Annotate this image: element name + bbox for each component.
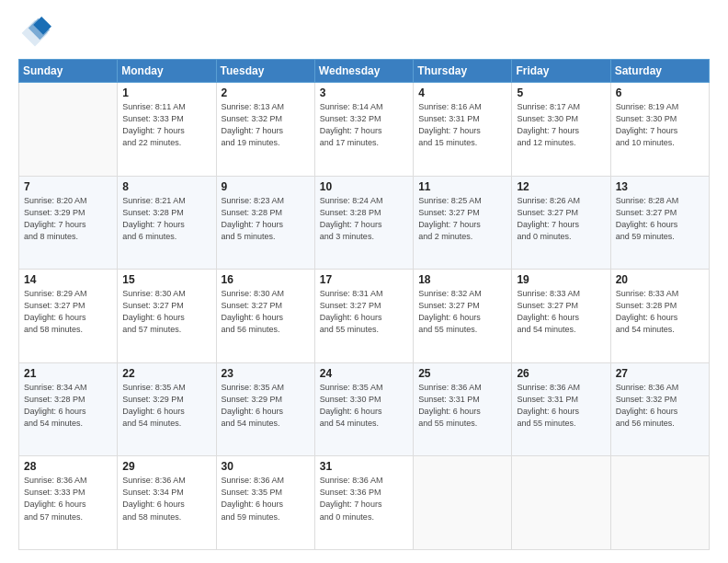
day-info: Sunrise: 8:26 AM Sunset: 3:27 PM Dayligh…	[517, 195, 605, 243]
calendar-cell: 24Sunrise: 8:35 AM Sunset: 3:30 PM Dayli…	[314, 362, 413, 456]
day-info: Sunrise: 8:30 AM Sunset: 3:27 PM Dayligh…	[122, 288, 210, 336]
day-number: 18	[418, 273, 506, 286]
day-info: Sunrise: 8:36 AM Sunset: 3:31 PM Dayligh…	[418, 382, 506, 430]
day-number: 24	[320, 367, 408, 380]
day-number: 15	[122, 273, 210, 286]
day-info: Sunrise: 8:17 AM Sunset: 3:30 PM Dayligh…	[517, 101, 605, 149]
day-number: 31	[320, 460, 408, 473]
calendar-cell: 31Sunrise: 8:36 AM Sunset: 3:36 PM Dayli…	[314, 456, 413, 550]
day-number: 13	[616, 180, 704, 193]
day-number: 22	[122, 367, 210, 380]
day-header-wednesday: Wednesday	[314, 60, 413, 83]
calendar-cell: 16Sunrise: 8:30 AM Sunset: 3:27 PM Dayli…	[216, 270, 314, 363]
calendar-cell: 27Sunrise: 8:36 AM Sunset: 3:32 PM Dayli…	[610, 362, 709, 456]
day-number: 26	[517, 367, 605, 380]
day-info: Sunrise: 8:35 AM Sunset: 3:29 PM Dayligh…	[222, 382, 310, 430]
day-number: 16	[222, 273, 310, 286]
calendar-cell	[414, 456, 512, 550]
calendar-cell: 7Sunrise: 8:20 AM Sunset: 3:29 PM Daylig…	[19, 176, 118, 270]
calendar-cell: 6Sunrise: 8:19 AM Sunset: 3:30 PM Daylig…	[610, 83, 709, 177]
day-number: 1	[122, 86, 210, 99]
calendar-cell: 1Sunrise: 8:11 AM Sunset: 3:33 PM Daylig…	[118, 83, 216, 177]
day-info: Sunrise: 8:24 AM Sunset: 3:28 PM Dayligh…	[320, 195, 408, 243]
calendar-cell: 18Sunrise: 8:32 AM Sunset: 3:27 PM Dayli…	[414, 270, 512, 363]
day-header-monday: Monday	[118, 60, 216, 83]
day-info: Sunrise: 8:32 AM Sunset: 3:27 PM Dayligh…	[418, 288, 506, 336]
calendar-cell: 15Sunrise: 8:30 AM Sunset: 3:27 PM Dayli…	[118, 270, 216, 363]
calendar-cell: 19Sunrise: 8:33 AM Sunset: 3:27 PM Dayli…	[512, 270, 610, 363]
calendar-cell: 8Sunrise: 8:21 AM Sunset: 3:28 PM Daylig…	[118, 176, 216, 270]
calendar-header: SundayMondayTuesdayWednesdayThursdayFrid…	[19, 60, 710, 83]
calendar-cell: 3Sunrise: 8:14 AM Sunset: 3:32 PM Daylig…	[314, 83, 413, 177]
calendar-cell: 2Sunrise: 8:13 AM Sunset: 3:32 PM Daylig…	[216, 83, 314, 177]
day-info: Sunrise: 8:36 AM Sunset: 3:36 PM Dayligh…	[320, 475, 408, 523]
calendar-cell: 4Sunrise: 8:16 AM Sunset: 3:31 PM Daylig…	[414, 83, 512, 177]
day-info: Sunrise: 8:25 AM Sunset: 3:27 PM Dayligh…	[418, 195, 506, 243]
calendar-cell: 9Sunrise: 8:23 AM Sunset: 3:28 PM Daylig…	[216, 176, 314, 270]
week-row-4: 21Sunrise: 8:34 AM Sunset: 3:28 PM Dayli…	[19, 362, 710, 456]
calendar-cell: 13Sunrise: 8:28 AM Sunset: 3:27 PM Dayli…	[610, 176, 709, 270]
calendar-cell: 21Sunrise: 8:34 AM Sunset: 3:28 PM Dayli…	[19, 362, 118, 456]
day-info: Sunrise: 8:14 AM Sunset: 3:32 PM Dayligh…	[320, 101, 408, 149]
day-number: 19	[517, 273, 605, 286]
calendar-cell: 17Sunrise: 8:31 AM Sunset: 3:27 PM Dayli…	[314, 270, 413, 363]
day-number: 10	[320, 180, 408, 193]
logo-icon	[18, 17, 51, 50]
calendar-body: 1Sunrise: 8:11 AM Sunset: 3:33 PM Daylig…	[19, 83, 710, 550]
day-number: 2	[222, 86, 310, 99]
day-number: 12	[517, 180, 605, 193]
day-number: 23	[222, 367, 310, 380]
calendar-cell: 12Sunrise: 8:26 AM Sunset: 3:27 PM Dayli…	[512, 176, 610, 270]
day-number: 27	[616, 367, 704, 380]
day-number: 29	[122, 460, 210, 473]
day-info: Sunrise: 8:36 AM Sunset: 3:35 PM Dayligh…	[222, 475, 310, 523]
day-info: Sunrise: 8:35 AM Sunset: 3:29 PM Dayligh…	[122, 382, 210, 430]
week-row-5: 28Sunrise: 8:36 AM Sunset: 3:33 PM Dayli…	[19, 456, 710, 550]
day-info: Sunrise: 8:36 AM Sunset: 3:31 PM Dayligh…	[517, 382, 605, 430]
week-row-3: 14Sunrise: 8:29 AM Sunset: 3:27 PM Dayli…	[19, 270, 710, 363]
calendar-cell: 11Sunrise: 8:25 AM Sunset: 3:27 PM Dayli…	[414, 176, 512, 270]
calendar-cell: 20Sunrise: 8:33 AM Sunset: 3:28 PM Dayli…	[610, 270, 709, 363]
week-row-1: 1Sunrise: 8:11 AM Sunset: 3:33 PM Daylig…	[19, 83, 710, 177]
day-info: Sunrise: 8:19 AM Sunset: 3:30 PM Dayligh…	[616, 101, 704, 149]
calendar-cell: 5Sunrise: 8:17 AM Sunset: 3:30 PM Daylig…	[512, 83, 610, 177]
day-info: Sunrise: 8:33 AM Sunset: 3:28 PM Dayligh…	[616, 288, 704, 336]
day-number: 6	[616, 86, 704, 99]
calendar-cell: 14Sunrise: 8:29 AM Sunset: 3:27 PM Dayli…	[19, 270, 118, 363]
calendar-cell: 28Sunrise: 8:36 AM Sunset: 3:33 PM Dayli…	[19, 456, 118, 550]
day-info: Sunrise: 8:36 AM Sunset: 3:33 PM Dayligh…	[24, 475, 112, 523]
day-number: 28	[24, 460, 112, 473]
day-header-tuesday: Tuesday	[216, 60, 314, 83]
day-number: 25	[418, 367, 506, 380]
logo	[18, 17, 55, 50]
calendar-cell: 22Sunrise: 8:35 AM Sunset: 3:29 PM Dayli…	[118, 362, 216, 456]
day-number: 7	[24, 180, 112, 193]
calendar-cell: 23Sunrise: 8:35 AM Sunset: 3:29 PM Dayli…	[216, 362, 314, 456]
day-number: 3	[320, 86, 408, 99]
day-header-saturday: Saturday	[610, 60, 709, 83]
day-info: Sunrise: 8:11 AM Sunset: 3:33 PM Dayligh…	[122, 101, 210, 149]
calendar-cell: 25Sunrise: 8:36 AM Sunset: 3:31 PM Dayli…	[414, 362, 512, 456]
page: SundayMondayTuesdayWednesdayThursdayFrid…	[0, 0, 728, 563]
day-info: Sunrise: 8:23 AM Sunset: 3:28 PM Dayligh…	[222, 195, 310, 243]
calendar-cell: 10Sunrise: 8:24 AM Sunset: 3:28 PM Dayli…	[314, 176, 413, 270]
day-info: Sunrise: 8:30 AM Sunset: 3:27 PM Dayligh…	[222, 288, 310, 336]
day-number: 11	[418, 180, 506, 193]
day-header-thursday: Thursday	[414, 60, 512, 83]
day-info: Sunrise: 8:34 AM Sunset: 3:28 PM Dayligh…	[24, 382, 112, 430]
day-info: Sunrise: 8:33 AM Sunset: 3:27 PM Dayligh…	[517, 288, 605, 336]
day-number: 14	[24, 273, 112, 286]
day-info: Sunrise: 8:21 AM Sunset: 3:28 PM Dayligh…	[122, 195, 210, 243]
day-info: Sunrise: 8:28 AM Sunset: 3:27 PM Dayligh…	[616, 195, 704, 243]
day-number: 21	[24, 367, 112, 380]
day-info: Sunrise: 8:29 AM Sunset: 3:27 PM Dayligh…	[24, 288, 112, 336]
calendar-cell	[610, 456, 709, 550]
day-number: 30	[222, 460, 310, 473]
day-info: Sunrise: 8:20 AM Sunset: 3:29 PM Dayligh…	[24, 195, 112, 243]
day-header-friday: Friday	[512, 60, 610, 83]
day-number: 17	[320, 273, 408, 286]
day-info: Sunrise: 8:35 AM Sunset: 3:30 PM Dayligh…	[320, 382, 408, 430]
calendar: SundayMondayTuesdayWednesdayThursdayFrid…	[18, 59, 710, 550]
calendar-cell	[512, 456, 610, 550]
day-number: 8	[122, 180, 210, 193]
